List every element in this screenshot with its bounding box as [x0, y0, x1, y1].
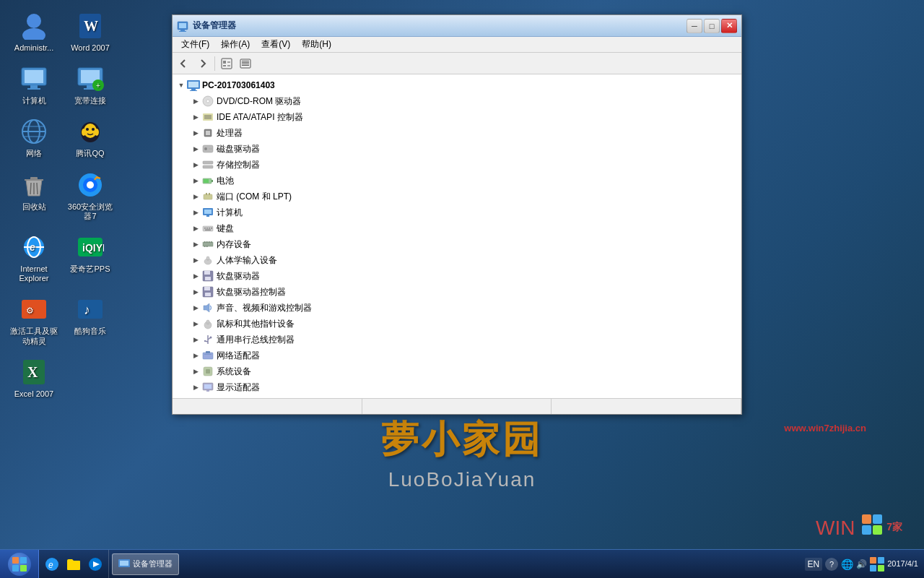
tree-item-keyboard[interactable]: ▶ 键盘 [187, 220, 741, 236]
menu-help[interactable]: 帮助(H) [296, 37, 337, 52]
battery-expand[interactable]: ▶ [190, 175, 201, 186]
svg-rect-66 [190, 90, 197, 91]
tree-item-memory[interactable]: ▶ 内存设备 [187, 236, 741, 252]
desktop-icon-kugo[interactable]: ♪ 酷狗音乐 [64, 290, 117, 350]
tree-item-audio[interactable]: ▶ 声音、视频和游戏控制器 [187, 300, 741, 316]
locale-indicator[interactable]: EN [805, 558, 823, 571]
svg-rect-98 [204, 246, 206, 247]
tree-root-item[interactable]: ▼ PC-201703061403 [173, 77, 741, 93]
floppy-expand[interactable]: ▶ [190, 270, 201, 282]
storage-expand[interactable]: ▶ [190, 159, 201, 171]
maximize-button[interactable]: □ [704, 19, 720, 33]
root-expand[interactable]: ▼ [175, 79, 187, 91]
tree-item-disk[interactable]: ▶ 磁盘驱动器 [187, 141, 741, 157]
sysdev-expand[interactable]: ▶ [190, 366, 201, 377]
disk-icon [201, 142, 214, 155]
menu-view[interactable]: 查看(V) [256, 37, 296, 52]
dvd-expand[interactable]: ▶ [190, 95, 201, 107]
broadband-label: 宽带连接 [74, 96, 106, 105]
volume-tray-icon[interactable]: 🔊 [856, 559, 867, 569]
tree-item-ide[interactable]: ▶ IDE ATA/ATAPI 控制器 [187, 109, 741, 125]
tree-item-display[interactable]: ▶ 显示适配器 [187, 379, 741, 395]
computer-expand[interactable]: ▶ [190, 207, 201, 218]
tree-item-network[interactable]: ▶ 网络适配器 [187, 348, 741, 363]
mouse-expand[interactable]: ▶ [190, 318, 201, 329]
audio-expand[interactable]: ▶ [190, 302, 201, 314]
minimize-button[interactable]: ─ [687, 19, 702, 33]
desktop-icon-activator[interactable]: ⚙ 激活工具及驱动精灵 [7, 290, 61, 350]
tree-item-storage[interactable]: ▶ 存储控制器 [187, 157, 741, 173]
tree-item-floppy[interactable]: ▶ 软盘驱动器 [187, 268, 741, 284]
desktop-icon-word2007[interactable]: W Word 2007 [64, 7, 117, 57]
desktop-icon-qq[interactable]: 腾讯QQ [64, 113, 117, 163]
port-expand[interactable]: ▶ [190, 191, 201, 202]
tree-item-hid[interactable]: ▶ 人体学输入设备 [187, 252, 741, 268]
help-icon[interactable]: ? [825, 558, 838, 571]
desktop-icon-iqiyi[interactable]: iQIYI 爱奇艺PPS [64, 228, 117, 288]
tree-item-sysdev[interactable]: ▶ 系统设备 [187, 363, 741, 379]
tree-item-computer[interactable]: ▶ 计算机 [187, 204, 741, 220]
tree-item-port[interactable]: ▶ 端口 (COM 和 LPT) [187, 189, 741, 204]
svg-rect-126 [12, 557, 19, 564]
svg-rect-117 [204, 340, 206, 342]
hid-expand[interactable]: ▶ [190, 254, 201, 266]
tree-item-floppy-ctrl[interactable]: ▶ 软盘驱动器控制器 [187, 284, 741, 300]
iqiyi-icon: iQIYI [76, 233, 105, 262]
svg-rect-104 [204, 271, 210, 275]
svg-rect-64 [188, 82, 199, 87]
taskbar-devmgr-btn[interactable]: 设备管理器 [112, 553, 179, 575]
excel2007-label: Excel 2007 [14, 389, 53, 399]
usb-expand[interactable]: ▶ [190, 334, 201, 345]
menu-bar: 文件(F) 操作(A) 查看(V) 帮助(H) [173, 37, 741, 53]
tree-item-mouse[interactable]: ▶ 鼠标和其他指针设备 [187, 316, 741, 332]
network-tray-icon[interactable]: 🌐 [841, 558, 853, 570]
quick-ie[interactable]: e [42, 554, 62, 574]
quick-folder[interactable] [64, 554, 84, 574]
tree-item-dvd[interactable]: ▶ DVD/CD-ROM 驱动器 [187, 93, 741, 109]
ide-expand[interactable]: ▶ [190, 111, 201, 123]
desktop-icon-network[interactable]: 网络 [7, 113, 61, 163]
svg-rect-96 [209, 241, 210, 243]
desktop-icon-360browser[interactable]: 360安全浏览器7 [64, 166, 117, 225]
cpu-expand[interactable]: ▶ [190, 127, 201, 139]
sysdev-label: 系统设备 [217, 366, 251, 378]
toolbar-forward[interactable] [194, 55, 212, 72]
toolbar-scan[interactable] [237, 55, 254, 72]
menu-action[interactable]: 操作(A) [215, 37, 256, 52]
tree-item-usb[interactable]: ▶ 通用串行总线控制器 [187, 332, 741, 348]
quick-mediaplayer[interactable] [85, 554, 105, 574]
comp-icon [201, 206, 214, 219]
netadapter-label: 网络适配器 [217, 350, 260, 362]
desktop-icon-administrator[interactable]: Administr... [7, 7, 61, 57]
menu-file[interactable]: 文件(F) [175, 37, 215, 52]
network-expand[interactable]: ▶ [190, 350, 201, 361]
svg-rect-52 [179, 31, 186, 32]
desktop-icon-recycle[interactable]: 回收站 [7, 166, 61, 225]
toolbar-properties[interactable] [218, 55, 235, 72]
tree-item-battery[interactable]: ▶ 电池 [187, 173, 741, 189]
tree-item-cpu[interactable]: ▶ 处理器 [187, 125, 741, 141]
keyboard-expand[interactable]: ▶ [190, 223, 201, 234]
root-computer-icon [187, 79, 200, 92]
desktop-icon-excel2007[interactable]: X Excel 2007 [7, 353, 61, 403]
desktop-icon-broadband[interactable]: + 宽带连接 [64, 60, 117, 110]
svg-rect-107 [204, 287, 210, 290]
svg-rect-65 [191, 89, 196, 90]
floppy-ctrl-expand[interactable]: ▶ [190, 286, 201, 298]
floppy-ctrl-icon [201, 285, 214, 298]
desktop-icon-ie[interactable]: e Internet Explorer [7, 228, 61, 288]
desktop-icon-computer[interactable]: 计算机 [7, 60, 61, 110]
svg-text:+: + [96, 82, 100, 90]
device-tree[interactable]: ▼ PC-201703061403 ▶ [173, 74, 741, 398]
window-titlebar[interactable]: 设备管理器 ─ □ ✕ [173, 15, 741, 37]
display-expand[interactable]: ▶ [190, 381, 201, 393]
toolbar-back[interactable] [175, 55, 193, 72]
watermark-area: 夢小家园 LuoBoJiaYuan [381, 415, 543, 491]
disk-expand[interactable]: ▶ [190, 143, 201, 155]
360browser-icon [76, 171, 105, 199]
start-button[interactable] [0, 550, 39, 579]
svg-rect-70 [204, 115, 212, 119]
memory-expand[interactable]: ▶ [190, 238, 201, 250]
svg-rect-127 [20, 557, 27, 564]
close-button[interactable]: ✕ [721, 19, 737, 33]
